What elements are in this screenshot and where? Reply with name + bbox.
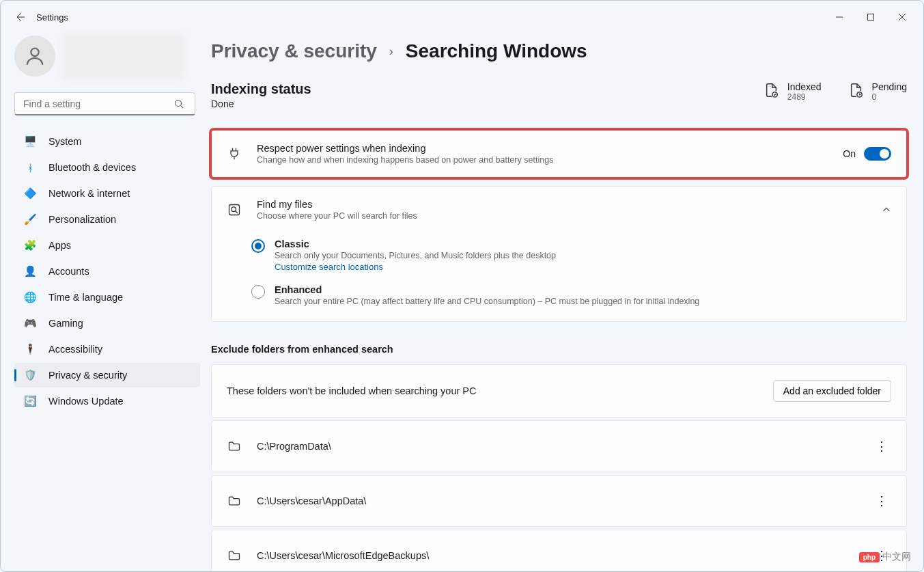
status-heading: Indexing status	[211, 81, 311, 97]
option-desc: Search your entire PC (may affect batter…	[275, 297, 699, 306]
nav-label: System	[48, 136, 81, 147]
find-card-desc: Choose where your PC will search for fil…	[257, 211, 867, 221]
indexed-stat: Indexed2489	[764, 81, 822, 102]
power-card-desc: Change how and when indexing happens bas…	[257, 155, 828, 165]
option-desc: Search only your Documents, Pictures, an…	[275, 251, 556, 260]
search-input[interactable]	[14, 92, 195, 115]
sidebar-item-accounts[interactable]: 👤Accounts	[14, 259, 200, 284]
toggle-state-label: On	[843, 148, 856, 159]
svg-rect-0	[868, 14, 874, 21]
nav-icon: 🔄	[24, 395, 36, 407]
chevron-right-icon: ›	[389, 44, 393, 59]
excluded-folder-row: C:\ProgramData\ ⋮	[211, 420, 907, 472]
search-icon	[174, 99, 184, 109]
nav-label: Bluetooth & devices	[48, 162, 136, 173]
search-doc-icon	[227, 202, 242, 217]
profile-name-redacted	[64, 33, 184, 79]
sidebar-item-time-language[interactable]: 🌐Time & language	[14, 285, 200, 310]
folder-icon	[227, 493, 242, 508]
watermark: php 中文网	[859, 551, 911, 563]
exclude-desc: These folders won't be included when sea…	[227, 385, 758, 396]
radio-button[interactable]	[251, 285, 265, 299]
nav-icon: ᚼ	[24, 161, 36, 174]
radio-option-enhanced[interactable]: Enhanced Search your entire PC (may affe…	[251, 284, 891, 306]
sidebar-item-system[interactable]: 🖥️System	[14, 129, 200, 154]
excluded-folder-row: C:\Users\cesar\AppData\ ⋮	[211, 475, 907, 527]
folder-path: C:\Users\cesar\AppData\	[257, 495, 858, 506]
nav-label: Time & language	[48, 292, 123, 303]
folder-path: C:\Users\cesar\MicrosoftEdgeBackups\	[257, 550, 858, 561]
breadcrumb-current: Searching Windows	[406, 40, 587, 62]
nav-label: Privacy & security	[48, 370, 127, 381]
title-bar: Settings	[1, 1, 923, 33]
customize-link[interactable]: Customize search locations	[275, 262, 556, 272]
chevron-up-icon[interactable]	[882, 205, 891, 215]
back-button[interactable]	[6, 3, 33, 31]
sidebar-item-privacy-security[interactable]: 🛡️Privacy & security	[14, 363, 200, 387]
excluded-folder-row: C:\Users\cesar\MicrosoftEdgeBackups\ ⋮	[211, 530, 907, 571]
close-button[interactable]	[886, 6, 918, 28]
exclude-heading: Exclude folders from enhanced search	[211, 344, 907, 355]
power-settings-card: Respect power settings when indexing Cha…	[211, 130, 907, 178]
folder-icon	[227, 548, 242, 563]
pending-stat: Pending0	[849, 81, 907, 102]
plug-icon	[227, 146, 242, 161]
sidebar-item-personalization[interactable]: 🖌️Personalization	[14, 207, 200, 232]
option-title: Enhanced	[275, 284, 699, 295]
nav-label: Network & internet	[48, 188, 130, 199]
nav-label: Windows Update	[48, 396, 124, 407]
breadcrumb-parent[interactable]: Privacy & security	[211, 40, 377, 62]
add-excluded-folder-button[interactable]: Add an excluded folder	[773, 380, 891, 402]
svg-point-2	[176, 100, 182, 107]
status-value: Done	[211, 98, 311, 109]
power-card-title: Respect power settings when indexing	[257, 143, 828, 154]
sidebar-item-gaming[interactable]: 🎮Gaming	[14, 311, 200, 336]
file-clock-icon	[849, 83, 864, 98]
sidebar-nav: 🖥️SystemᚼBluetooth & devices🔷Network & i…	[14, 129, 200, 413]
search-box	[14, 92, 200, 115]
folder-path: C:\ProgramData\	[257, 441, 858, 452]
nav-icon: 🔷	[24, 187, 36, 200]
svg-point-6	[232, 207, 236, 212]
exclude-desc-card: These folders won't be included when sea…	[211, 364, 907, 418]
power-toggle[interactable]	[864, 147, 891, 161]
sidebar-item-apps[interactable]: 🧩Apps	[14, 233, 200, 258]
sidebar: 🖥️SystemᚼBluetooth & devices🔷Network & i…	[1, 33, 206, 571]
find-card-title: Find my files	[257, 199, 867, 210]
maximize-button[interactable]	[855, 6, 886, 28]
profile-area[interactable]	[14, 33, 200, 79]
breadcrumb: Privacy & security › Searching Windows	[211, 40, 907, 62]
nav-icon: 🖌️	[24, 213, 36, 226]
main-content[interactable]: Privacy & security › Searching Windows I…	[206, 33, 923, 571]
nav-label: Accessibility	[48, 344, 102, 355]
minimize-button[interactable]	[824, 6, 855, 28]
find-my-files-card: Find my files Choose where your PC will …	[211, 186, 907, 322]
more-options-button[interactable]: ⋮	[873, 491, 891, 511]
nav-label: Apps	[48, 240, 71, 251]
sidebar-item-network-internet[interactable]: 🔷Network & internet	[14, 181, 200, 206]
sidebar-item-bluetooth-devices[interactable]: ᚼBluetooth & devices	[14, 155, 200, 180]
nav-icon: 🌐	[24, 291, 36, 303]
sidebar-item-windows-update[interactable]: 🔄Windows Update	[14, 389, 200, 413]
radio-button[interactable]	[251, 239, 265, 253]
nav-icon: 🖥️	[24, 135, 36, 148]
svg-rect-5	[229, 205, 240, 215]
app-title: Settings	[36, 12, 68, 23]
nav-icon: 🎮	[24, 317, 36, 329]
sidebar-item-accessibility[interactable]: 🕴️Accessibility	[14, 337, 200, 362]
folder-icon	[227, 439, 242, 454]
indexing-status-row: Indexing status Done Indexed2489 Pending…	[211, 81, 907, 109]
avatar	[14, 36, 55, 77]
window-controls	[824, 6, 918, 28]
more-options-button[interactable]: ⋮	[873, 436, 891, 457]
nav-icon: 🛡️	[24, 369, 36, 381]
file-check-icon	[764, 83, 779, 98]
nav-label: Gaming	[48, 318, 83, 329]
find-options: Classic Search only your Documents, Pict…	[212, 233, 906, 321]
nav-label: Accounts	[48, 266, 89, 277]
radio-option-classic[interactable]: Classic Search only your Documents, Pict…	[251, 239, 891, 272]
nav-label: Personalization	[48, 214, 116, 225]
svg-point-1	[31, 49, 38, 56]
nav-icon: 🕴️	[24, 343, 36, 355]
option-title: Classic	[275, 239, 556, 249]
